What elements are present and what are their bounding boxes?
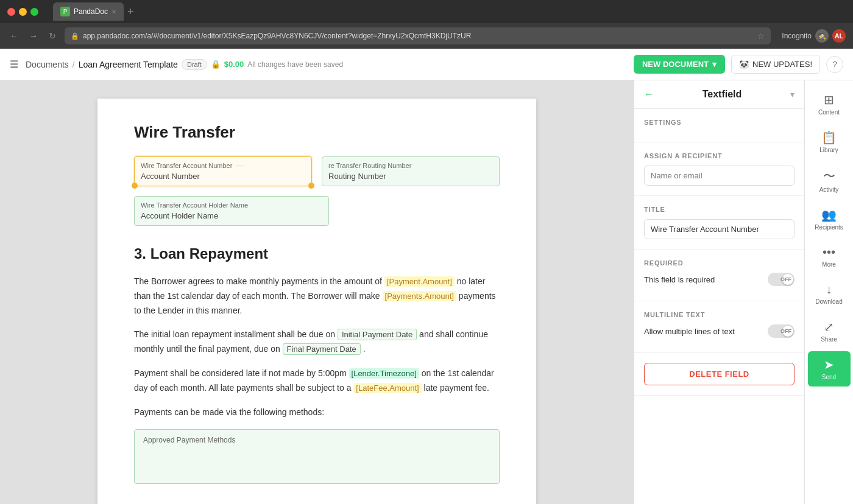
incognito-icon: 🕵 (815, 29, 829, 43)
required-label: REQUIRED (644, 259, 795, 267)
routing-number-label: re Transfer Routing Number (328, 162, 493, 169)
hamburger-menu[interactable]: ☰ (10, 58, 18, 70)
bookmark-icon[interactable]: ☆ (757, 32, 765, 41)
more-label: More (822, 261, 836, 268)
holder-name-field[interactable]: Wire Transfer Account Holder Name Accoun… (134, 196, 329, 226)
multiline-toggle[interactable]: OFF (768, 324, 795, 338)
timezone-token[interactable]: [Lender.Timezone] (349, 368, 419, 379)
account-number-value: Account Number (141, 172, 305, 181)
new-tab-button[interactable]: + (127, 6, 134, 17)
saved-text: All changes have been saved (247, 60, 343, 69)
help-button[interactable]: ? (826, 56, 843, 73)
minimize-button[interactable] (19, 8, 27, 16)
new-doc-label: NEW DOCUMENT (642, 60, 709, 69)
user-avatar[interactable]: AL (832, 29, 846, 43)
para2: The initial loan repayment installment s… (134, 327, 500, 357)
main-layout: Wire Transfer Wire Transfer Account Numb… (0, 80, 853, 504)
lock-icon: 🔒 (71, 32, 79, 40)
activity-icon: 〜 (823, 168, 835, 184)
send-icon: ➤ (824, 357, 834, 372)
settings-label: SETTINGS (644, 119, 795, 126)
library-icon: 📋 (821, 130, 837, 145)
panel-item-activity[interactable]: 〜 Activity (808, 162, 851, 199)
delete-field-button[interactable]: DELETE FIELD (644, 363, 795, 385)
assign-recipient-section: ASSIGN A RECIPIENT (634, 142, 804, 196)
multiline-section: MULTILINE TEXT Allow multiple lines of t… (634, 301, 804, 353)
assign-recipient-label: ASSIGN A RECIPIENT (644, 152, 795, 159)
traffic-lights (7, 8, 38, 16)
panel-item-content[interactable]: ⊞ Content (808, 86, 851, 122)
breadcrumb-separator: / (73, 60, 75, 69)
price-badge: $0.00 (224, 60, 244, 69)
maximize-button[interactable] (30, 8, 38, 16)
approved-payment-field[interactable]: Approved Payment Methods (134, 429, 500, 484)
download-label: Download (815, 298, 842, 305)
holder-name-label: Wire Transfer Account Holder Name (141, 201, 322, 209)
panel-item-download[interactable]: ↓ Download (808, 276, 851, 311)
more-icon: ••• (823, 245, 835, 259)
address-box[interactable]: 🔒 app.pandadoc.com/a/#/document/v1/edito… (65, 27, 771, 44)
right-icon-panel: ⊞ Content 📋 Library 〜 Activity 👥 Recipie… (804, 80, 853, 504)
library-label: Library (819, 147, 838, 153)
recipients-icon: 👥 (821, 208, 837, 222)
multiline-toggle-row: Allow multiple lines of text OFF (644, 324, 795, 338)
payments-amount-token[interactable]: [Payments.Amount] (383, 291, 456, 301)
required-toggle[interactable]: OFF (768, 273, 795, 286)
wire-transfer-title: Wire Transfer (134, 123, 500, 142)
close-button[interactable] (7, 8, 15, 16)
status-badge: Draft (182, 59, 207, 70)
late-fee-token[interactable]: [LateFee.Amount] (353, 383, 421, 393)
routing-number-field[interactable]: re Transfer Routing Number Routing Numbe… (322, 156, 500, 186)
forward-nav-button[interactable]: → (27, 29, 40, 43)
active-tab[interactable]: P PandaDoc ✕ (53, 2, 124, 21)
field-dots: ··· (236, 162, 245, 169)
new-document-button[interactable]: NEW DOCUMENT ▾ (634, 55, 725, 74)
recipient-input[interactable] (644, 166, 795, 186)
panel-item-recipients[interactable]: 👥 Recipients (808, 201, 851, 237)
panel-item-library[interactable]: 📋 Library (808, 124, 851, 159)
incognito-label: Incognito (782, 32, 812, 40)
panda-icon: 🐼 (739, 60, 749, 69)
tab-label: PandaDoc (74, 7, 108, 16)
multiline-toggle-label: Allow multiple lines of text (644, 327, 735, 336)
final-payment-date-field[interactable]: Final Payment Date (283, 343, 361, 355)
addressbar: ← → ↻ 🔒 app.pandadoc.com/a/#/document/v1… (0, 23, 853, 49)
account-number-field[interactable]: Wire Transfer Account Number ··· Account… (134, 156, 312, 186)
settings-gear-icon: ▾ (790, 89, 795, 99)
new-updates-label: NEW UPDATES! (752, 60, 812, 69)
refresh-button[interactable]: ↻ (46, 29, 58, 43)
back-nav-button[interactable]: ← (7, 29, 21, 43)
resize-handle-left[interactable] (132, 183, 138, 189)
required-toggle-label: This field is required (644, 275, 715, 284)
activity-label: Activity (819, 186, 839, 193)
send-label: Send (822, 374, 836, 380)
settings-panel: ← Textfield ▾ SETTINGS ASSIGN A RECIPIEN… (634, 80, 804, 504)
initial-payment-date-field[interactable]: Initial Payment Date (338, 329, 417, 340)
multiline-label: MULTILINE TEXT (644, 311, 795, 318)
panel-item-share[interactable]: ⤢ Share (808, 313, 851, 349)
content-label: Content (818, 109, 840, 116)
payment-amount-token[interactable]: [Payment.Amount] (384, 276, 455, 287)
doc-title: Loan Agreement Template (79, 60, 178, 69)
documents-link[interactable]: Documents (26, 60, 69, 69)
incognito-area: Incognito 🕵 AL (782, 29, 846, 43)
title-section: TITLE (634, 196, 804, 250)
resize-handle-right[interactable] (308, 183, 314, 189)
multiline-toggle-off-label: OFF (780, 328, 791, 334)
url-text: app.pandadoc.com/a/#/document/v1/editor/… (83, 32, 754, 40)
app-header: ☰ Documents / Loan Agreement Template Dr… (0, 49, 853, 80)
tab-close-icon[interactable]: ✕ (111, 9, 116, 15)
settings-header: ← Textfield ▾ (634, 80, 804, 109)
back-button[interactable]: ← (644, 89, 654, 100)
panel-item-more[interactable]: ••• More (808, 239, 851, 274)
new-updates-button[interactable]: 🐼 NEW UPDATES! (731, 55, 820, 74)
panel-item-send[interactable]: ➤ Send (808, 351, 851, 387)
delete-section: DELETE FIELD (634, 353, 804, 396)
lock-badge: 🔒 (211, 60, 221, 69)
breadcrumb: Documents / Loan Agreement Template Draf… (26, 59, 343, 70)
dropdown-arrow: ▾ (712, 60, 717, 69)
title-input[interactable] (644, 219, 795, 239)
para1: The Borrower agrees to make monthly paym… (134, 275, 500, 318)
tab-favicon: P (60, 7, 70, 16)
content-icon: ⊞ (824, 93, 834, 107)
